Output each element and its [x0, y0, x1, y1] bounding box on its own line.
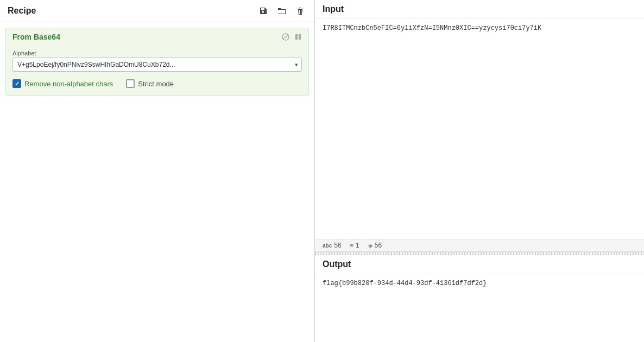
disable-operation-button[interactable]	[281, 33, 290, 41]
svg-line-1	[283, 35, 288, 40]
strict-mode-option[interactable]: ✓ Strict mode	[126, 79, 174, 88]
operation-body: Alphabet V+g5LpoEej/fy0nPNivz9SswHIhGaDO…	[6, 46, 308, 96]
save-icon	[259, 7, 268, 15]
save-button[interactable]	[257, 4, 270, 17]
svg-rect-2	[295, 34, 298, 40]
output-header: Output	[315, 255, 644, 274]
alphabet-select[interactable]: V+g5LpoEej/fy0nPNivz9SswHIhGaDOmU8CuXb72…	[12, 58, 302, 72]
operation-card: From Base64	[5, 28, 309, 96]
input-stats-bar: abc 56 ≡ 1 ◈ 56	[315, 239, 644, 251]
char-count-value: 56	[334, 242, 341, 249]
remove-nonalpha-checkbox[interactable]: ✓	[12, 79, 21, 88]
disable-icon	[281, 33, 290, 41]
output-text[interactable]: flag{b99b820f-934d-44d4-93df-41361df7df2…	[315, 274, 644, 293]
open-folder-icon	[277, 7, 286, 15]
operation-header: From Base64	[6, 28, 308, 46]
chevron-down-icon: ▾	[295, 61, 298, 68]
left-panel: Recipe	[0, 0, 315, 342]
operation-controls	[281, 33, 302, 41]
position-value: 56	[375, 242, 382, 249]
delete-button[interactable]	[294, 4, 307, 17]
alphabet-label: Alphabet	[12, 50, 302, 56]
output-section: Output flag{b99b820f-934d-44d4-93df-4136…	[315, 255, 644, 342]
strict-mode-checkbox[interactable]: ✓	[126, 79, 135, 88]
operation-title: From Base64	[12, 33, 60, 41]
line-count-stat: ≡ 1	[350, 242, 359, 249]
options-row: ✓ Remove non-alphabet chars ✓ Strict mod…	[12, 79, 302, 88]
svg-rect-3	[299, 34, 301, 40]
alphabet-value: V+g5LpoEej/fy0nPNivz9SswHIhGaDOmU8CuXb72…	[17, 61, 175, 68]
recipe-title: Recipe	[8, 6, 36, 16]
input-section: Input I7R8ITMCnzbCn5eFIC=6yliXfzN=I5NMnz…	[315, 0, 644, 252]
open-button[interactable]	[275, 4, 288, 17]
remove-nonalpha-label: Remove non-alphabet chars	[24, 80, 113, 88]
pin-icon: ◈	[368, 242, 372, 249]
trash-icon	[296, 7, 305, 15]
remove-nonalpha-option[interactable]: ✓ Remove non-alphabet chars	[12, 79, 113, 88]
lines-icon: ≡	[350, 242, 353, 249]
right-panel: Input I7R8ITMCnzbCn5eFIC=6yliXfzN=I5NMnz…	[315, 0, 644, 342]
abc-icon: abc	[323, 243, 332, 249]
position-stat: ◈ 56	[368, 242, 382, 249]
line-count-value: 1	[356, 242, 359, 249]
input-header: Input	[315, 0, 644, 19]
pause-icon	[294, 33, 302, 41]
pause-operation-button[interactable]	[294, 33, 302, 41]
strict-mode-label: Strict mode	[138, 80, 174, 88]
recipe-actions	[257, 4, 307, 17]
input-text[interactable]: I7R8ITMCnzbCn5eFIC=6yliXfzN=I5NMnz0XIC==…	[315, 19, 644, 239]
recipe-header: Recipe	[0, 0, 314, 22]
char-count-stat: abc 56	[323, 242, 342, 249]
